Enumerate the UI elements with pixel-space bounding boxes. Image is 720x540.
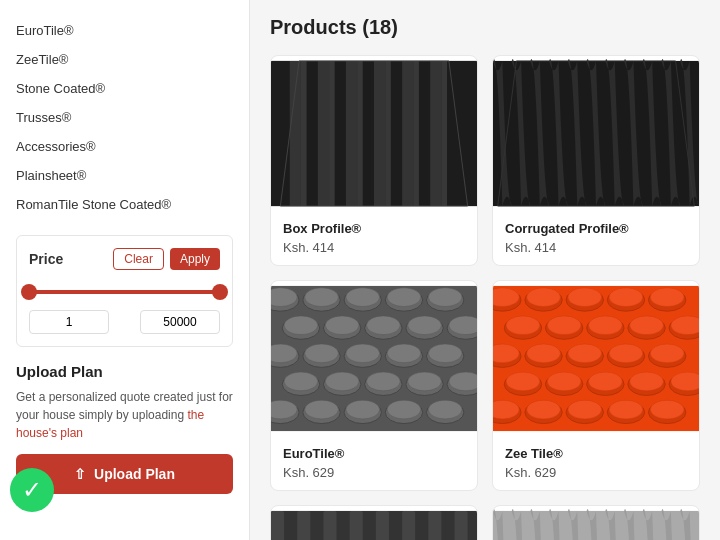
svg-point-98 bbox=[650, 344, 684, 363]
upload-icon: ⇧ bbox=[74, 466, 86, 482]
svg-point-55 bbox=[408, 372, 442, 391]
product-card-corrugated-profile[interactable]: Corrugated Profile®Ksh. 414 bbox=[492, 55, 700, 266]
svg-point-82 bbox=[547, 316, 581, 335]
svg-point-31 bbox=[325, 316, 359, 335]
product-name-corrugated-profile: Corrugated Profile® bbox=[505, 221, 687, 236]
svg-point-27 bbox=[428, 288, 462, 307]
svg-point-49 bbox=[284, 372, 318, 391]
svg-point-86 bbox=[630, 316, 664, 335]
svg-point-61 bbox=[305, 400, 339, 419]
svg-point-78 bbox=[650, 288, 684, 307]
svg-marker-9 bbox=[385, 61, 391, 206]
product-image-product6 bbox=[493, 506, 699, 540]
svg-marker-4 bbox=[318, 61, 329, 206]
svg-point-84 bbox=[589, 316, 623, 335]
svg-point-94 bbox=[568, 344, 602, 363]
svg-point-35 bbox=[408, 316, 442, 335]
svg-point-67 bbox=[428, 400, 462, 419]
product-name-zee-tile: Zee Tile® bbox=[505, 446, 687, 461]
product-price-corrugated-profile: Ksh. 414 bbox=[505, 240, 687, 255]
price-filter-header: Price Clear Apply bbox=[29, 248, 220, 270]
svg-marker-11 bbox=[413, 61, 419, 206]
sidebar: EuroTile®ZeeTile®Stone Coated®Trusses®Ac… bbox=[0, 0, 250, 540]
product-info-eurotile: EuroTile®Ksh. 629 bbox=[271, 436, 477, 490]
svg-point-116 bbox=[609, 400, 643, 419]
svg-rect-120 bbox=[271, 511, 284, 540]
sidebar-item-accessories[interactable]: Accessories® bbox=[16, 132, 233, 161]
svg-point-47 bbox=[428, 344, 462, 363]
sidebar-item-zeetile[interactable]: ZeeTile® bbox=[16, 45, 233, 74]
apply-button[interactable]: Apply bbox=[170, 248, 220, 270]
upload-plan-button-label: Upload Plan bbox=[94, 466, 175, 482]
svg-rect-123 bbox=[350, 511, 363, 540]
clear-button[interactable]: Clear bbox=[113, 248, 164, 270]
svg-rect-126 bbox=[428, 511, 441, 540]
range-max-input[interactable] bbox=[140, 310, 220, 334]
product-price-box-profile: Ksh. 414 bbox=[283, 240, 465, 255]
svg-point-65 bbox=[387, 400, 421, 419]
product-card-product6[interactable]: Product 6®Ksh. 414 bbox=[492, 505, 700, 540]
svg-point-118 bbox=[650, 400, 684, 419]
price-filter-section: Price Clear Apply bbox=[16, 235, 233, 347]
product-card-zee-tile[interactable]: Zee Tile®Ksh. 629 bbox=[492, 280, 700, 491]
svg-point-43 bbox=[346, 344, 380, 363]
sidebar-item-eurotile[interactable]: EuroTile® bbox=[16, 16, 233, 45]
svg-point-96 bbox=[609, 344, 643, 363]
svg-point-25 bbox=[387, 288, 421, 307]
upload-plan-description: Get a personalized quote created just fo… bbox=[16, 388, 233, 442]
product-info-corrugated-profile: Corrugated Profile®Ksh. 414 bbox=[493, 211, 699, 265]
svg-rect-127 bbox=[455, 511, 468, 540]
product-card-box-profile[interactable]: Box Profile®Ksh. 414 bbox=[270, 55, 478, 266]
sidebar-item-stone-coated[interactable]: Stone Coated® bbox=[16, 74, 233, 103]
svg-rect-124 bbox=[376, 511, 389, 540]
products-title-text: Products bbox=[270, 16, 357, 38]
svg-point-72 bbox=[527, 288, 561, 307]
whatsapp-button[interactable]: ✓ bbox=[10, 468, 54, 512]
svg-marker-2 bbox=[290, 61, 301, 206]
svg-rect-122 bbox=[323, 511, 336, 540]
svg-marker-8 bbox=[374, 61, 385, 206]
sidebar-item-plainsheet[interactable]: Plainsheet® bbox=[16, 161, 233, 190]
range-thumb-max[interactable] bbox=[212, 284, 228, 300]
svg-point-106 bbox=[630, 372, 664, 391]
product-card-product5[interactable]: Product 5®Ksh. 414 bbox=[270, 505, 478, 540]
range-min-input[interactable] bbox=[29, 310, 109, 334]
svg-point-74 bbox=[568, 288, 602, 307]
svg-point-63 bbox=[346, 400, 380, 419]
product-name-eurotile: EuroTile® bbox=[283, 446, 465, 461]
product-price-eurotile: Ksh. 629 bbox=[283, 465, 465, 480]
upload-plan-section: Upload Plan Get a personalized quote cre… bbox=[16, 363, 233, 494]
svg-rect-125 bbox=[402, 511, 415, 540]
price-filter-actions: Clear Apply bbox=[113, 248, 220, 270]
svg-point-33 bbox=[367, 316, 401, 335]
svg-point-51 bbox=[325, 372, 359, 391]
range-fill bbox=[29, 290, 220, 294]
product-card-eurotile[interactable]: EuroTile®Ksh. 629 bbox=[270, 280, 478, 491]
svg-point-53 bbox=[367, 372, 401, 391]
sidebar-item-romantile[interactable]: RomanTile Stone Coated® bbox=[16, 190, 233, 219]
upload-plan-title: Upload Plan bbox=[16, 363, 233, 380]
products-count: (18) bbox=[362, 16, 398, 38]
product-image-box-profile bbox=[271, 56, 477, 211]
upload-plan-link[interactable]: the house's plan bbox=[16, 408, 204, 440]
svg-rect-121 bbox=[297, 511, 310, 540]
svg-point-92 bbox=[527, 344, 561, 363]
svg-point-21 bbox=[305, 288, 339, 307]
range-inputs bbox=[29, 310, 220, 334]
svg-point-104 bbox=[589, 372, 623, 391]
svg-point-23 bbox=[346, 288, 380, 307]
svg-point-112 bbox=[527, 400, 561, 419]
sidebar-navigation: EuroTile®ZeeTile®Stone Coated®Trusses®Ac… bbox=[0, 16, 249, 219]
sidebar-item-trusses[interactable]: Trusses® bbox=[16, 103, 233, 132]
svg-marker-6 bbox=[346, 61, 357, 206]
product-image-eurotile bbox=[271, 281, 477, 436]
svg-point-29 bbox=[284, 316, 318, 335]
svg-point-100 bbox=[506, 372, 540, 391]
product-image-product5 bbox=[271, 506, 477, 540]
price-range-slider[interactable] bbox=[29, 282, 220, 302]
range-thumb-min[interactable] bbox=[21, 284, 37, 300]
product-image-zee-tile bbox=[493, 281, 699, 436]
svg-marker-12 bbox=[430, 61, 441, 206]
svg-point-76 bbox=[609, 288, 643, 307]
main-content: Products (18) Box Profile®Ksh. 41 bbox=[250, 0, 720, 540]
